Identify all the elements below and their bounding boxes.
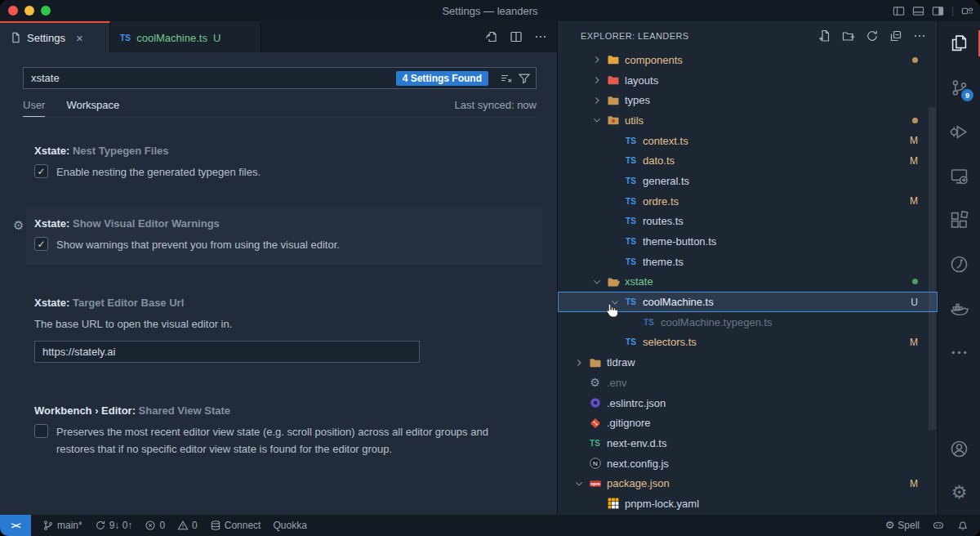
setting-checkbox[interactable]: ✓	[34, 164, 48, 178]
chevron-right-icon[interactable]	[571, 357, 586, 368]
tree-item-theme.ts[interactable]: TStheme.ts	[558, 252, 938, 272]
status-item-spell[interactable]: ⚙Spell	[885, 520, 920, 531]
status-item-0[interactable]: 0	[177, 520, 198, 531]
tree-item-coolMachine.typegen.ts[interactable]: TScoolMachine.typegen.ts	[558, 312, 938, 333]
docker-icon[interactable]	[938, 286, 980, 330]
tree-item-next-env.d.ts[interactable]: TSnext-env.d.ts	[558, 433, 938, 453]
edit-setting-gear-icon[interactable]: ⚙	[13, 218, 24, 233]
remote-indicator[interactable]: ><	[0, 515, 31, 536]
tree-item-general.ts[interactable]: TSgeneral.ts	[558, 171, 938, 191]
tree-item-.env[interactable]: ⚙.env	[558, 373, 938, 393]
layout-sidebar-left-icon[interactable]	[893, 5, 905, 17]
tree-item-xstate[interactable]: xstate	[558, 272, 938, 293]
extensions-icon[interactable]	[938, 198, 980, 242]
file-label: layouts	[625, 74, 918, 87]
status-item-bell[interactable]	[957, 520, 969, 531]
spacer	[26, 192, 542, 207]
filter-icon[interactable]	[518, 72, 531, 85]
chevron-down-icon[interactable]	[607, 297, 622, 308]
close-icon[interactable]: ×	[76, 31, 83, 45]
status-item-main-[interactable]: main*	[42, 520, 82, 531]
tree-item-ordre.ts[interactable]: TSordre.tsM	[558, 191, 938, 212]
tree-item-.gitignore[interactable]: .gitignore	[558, 413, 938, 433]
minimize-window-button[interactable]	[24, 6, 34, 16]
explorer-scrollbar[interactable]	[929, 107, 936, 430]
refresh-icon[interactable]	[866, 29, 879, 42]
activity-spacer	[938, 374, 980, 427]
eslint-icon	[586, 396, 604, 409]
more-actions-icon[interactable]	[534, 30, 547, 43]
bell-icon	[957, 520, 969, 531]
circle-extension-icon[interactable]	[938, 242, 980, 286]
setting-category: Xstate:	[34, 217, 73, 230]
files-icon[interactable]	[938, 21, 980, 65]
tree-item-routes.ts[interactable]: TSroutes.ts	[558, 212, 938, 232]
layout-panel-icon[interactable]	[912, 5, 924, 17]
chevron-right-icon[interactable]	[589, 95, 604, 106]
tree-item-.eslintrc.json[interactable]: .eslintrc.json	[558, 393, 938, 413]
tree-item-components[interactable]: components	[558, 50, 938, 70]
open-settings-json-icon[interactable]	[485, 30, 498, 43]
tree-item-package.json[interactable]: npmpackage.jsonM	[558, 473, 938, 494]
tab-label: coolMachine.ts	[136, 32, 207, 44]
settings-search-input[interactable]	[31, 72, 396, 84]
setting-description: Enable nesting the generated typegen fil…	[56, 164, 261, 181]
tab-settings[interactable]: Settings ×	[0, 21, 110, 52]
collapse-all-icon[interactable]	[889, 29, 902, 42]
tree-item-selectors.ts[interactable]: TSselectors.tsM	[558, 333, 938, 353]
status-item-9-0-[interactable]: 9↓ 0↑	[95, 520, 133, 531]
debug-icon[interactable]	[938, 109, 980, 154]
status-item-0[interactable]: 0	[145, 520, 165, 531]
file-label: xstate	[625, 275, 912, 288]
chevron-down-icon[interactable]	[589, 276, 604, 288]
more-actions-icon[interactable]	[913, 29, 926, 42]
chevron-down-icon[interactable]	[571, 478, 586, 489]
tree-item-dato.ts[interactable]: TSdato.tsM	[558, 150, 938, 171]
file-tree: componentslayoutstypesutilsTScontext.tsM…	[558, 50, 938, 514]
setting-text-input[interactable]	[34, 341, 420, 363]
status-item-connect[interactable]: Connect	[210, 520, 261, 531]
clear-filter-icon[interactable]	[500, 72, 513, 85]
folder-components-icon	[604, 53, 621, 66]
tree-item-context.ts[interactable]: TScontext.tsM	[558, 131, 938, 151]
new-file-icon[interactable]	[818, 29, 831, 42]
status-item-copilot[interactable]	[933, 520, 944, 531]
customize-layout-icon[interactable]	[961, 5, 973, 17]
settings-gear-icon[interactable]: ⚙	[938, 471, 980, 515]
new-folder-icon[interactable]	[842, 29, 855, 42]
source-control-icon[interactable]: 9	[938, 65, 980, 109]
tree-item-types[interactable]: types	[558, 90, 938, 110]
tree-item-pnpm-lock.yaml[interactable]: pnpm-lock.yaml	[558, 494, 938, 514]
status-bar: ><main*9↓ 0↑00ConnectQuokka ⚙Spell	[0, 515, 980, 536]
folder-open-icon	[604, 275, 621, 288]
layout-controls: |	[893, 0, 973, 21]
file-label: utils	[625, 114, 912, 127]
status-item-quokka[interactable]: Quokka	[273, 520, 306, 531]
tree-item-theme-button.ts[interactable]: TStheme-button.ts	[558, 231, 938, 252]
split-editor-icon[interactable]	[510, 30, 523, 43]
more-icon[interactable]	[938, 330, 980, 374]
setting-checkbox[interactable]	[34, 424, 48, 438]
zoom-window-button[interactable]	[41, 6, 51, 16]
settings-scope-tabs: UserWorkspaceLast synced: now	[23, 98, 537, 118]
tab-coolmachine[interactable]: TS coolMachine.ts U	[110, 21, 261, 52]
tree-item-utils[interactable]: utils	[558, 110, 938, 131]
close-window-button[interactable]	[8, 6, 18, 16]
scope-tab-user[interactable]: User	[23, 99, 45, 111]
tree-item-next.config.js[interactable]: Nnext.config.js	[558, 453, 938, 474]
tree-item-tldraw[interactable]: tldraw	[558, 352, 938, 373]
chevron-right-icon[interactable]	[589, 54, 604, 65]
svg-text:N: N	[593, 460, 598, 467]
chevron-right-icon[interactable]	[589, 74, 604, 86]
setting-description: The base URL to open the visual editor i…	[34, 316, 488, 333]
chevron-down-icon[interactable]	[589, 114, 604, 126]
remote-explorer-icon[interactable]	[938, 154, 980, 198]
tree-item-coolMachine.ts[interactable]: TScoolMachine.tsU	[558, 292, 938, 312]
tree-item-layouts[interactable]: layouts	[558, 70, 938, 91]
status-label: 9↓ 0↑	[109, 520, 133, 531]
account-icon[interactable]	[938, 427, 980, 471]
scope-tab-workspace[interactable]: Workspace	[66, 99, 119, 111]
setting-checkbox[interactable]: ✓	[34, 237, 48, 251]
setting-title: Xstate: Show Visual Editor Warnings	[34, 217, 534, 230]
layout-sidebar-right-icon[interactable]	[932, 5, 944, 17]
